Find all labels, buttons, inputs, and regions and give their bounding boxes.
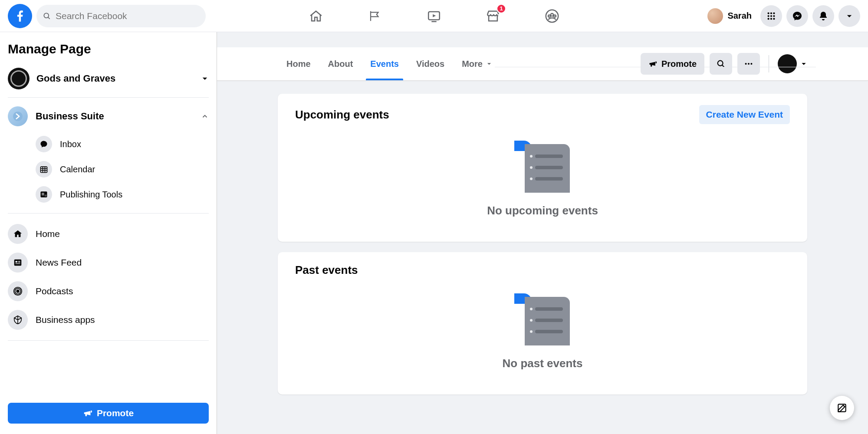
user-avatar-icon: [707, 8, 723, 24]
tab-more[interactable]: More: [453, 47, 501, 80]
newsfeed-label: News Feed: [36, 257, 82, 268]
svg-point-15: [767, 18, 769, 20]
svg-rect-43: [838, 404, 845, 411]
edit-icon: [836, 402, 848, 414]
chevron-down-icon: [201, 75, 209, 82]
svg-rect-31: [16, 261, 18, 263]
svg-point-38: [718, 61, 723, 66]
podcasts-icon: [8, 281, 28, 301]
past-events-title: Past events: [295, 263, 358, 277]
svg-rect-25: [42, 193, 44, 194]
home-nav-icon[interactable]: [308, 8, 324, 24]
watch-nav-icon[interactable]: [426, 8, 442, 24]
view-as-selector[interactable]: [778, 54, 807, 73]
sidebar-promote-label: Promote: [97, 408, 134, 418]
promote-button-label: Promote: [661, 59, 697, 69]
svg-rect-19: [41, 167, 47, 172]
pages-nav-icon[interactable]: [367, 8, 383, 24]
sidebar-item-podcasts[interactable]: Podcasts: [8, 277, 209, 306]
svg-point-0: [44, 13, 49, 18]
svg-point-10: [770, 12, 772, 14]
business-suite-submenu: Inbox Calendar Publishing Tools: [8, 132, 209, 207]
marketplace-nav-icon[interactable]: 1: [485, 8, 501, 24]
upcoming-events-title: Upcoming events: [295, 108, 389, 122]
sidebar-item-newsfeed[interactable]: News Feed: [8, 248, 209, 277]
account-dropdown-button[interactable]: [838, 5, 860, 27]
page-search-button[interactable]: [710, 53, 732, 75]
svg-rect-26: [42, 194, 44, 195]
publishing-tools-icon: [36, 186, 52, 203]
topbar-center-nav: 1: [308, 8, 560, 24]
tab-about-label: About: [328, 59, 353, 69]
no-upcoming-text: No upcoming events: [487, 204, 598, 217]
inbox-icon: [36, 136, 52, 152]
svg-point-12: [767, 15, 769, 16]
search-icon: [43, 12, 51, 20]
sidebar-divider-2: [8, 340, 209, 341]
topbar-right: Sarah: [703, 5, 860, 27]
tab-events[interactable]: Events: [362, 47, 408, 80]
tab-about[interactable]: About: [319, 47, 362, 80]
business-suite-label: Business Suite: [36, 111, 104, 122]
create-event-button[interactable]: Create New Event: [699, 105, 790, 124]
sidebar-title: Manage Page: [8, 42, 209, 56]
sidebar-item-bizapps[interactable]: Business apps: [8, 306, 209, 334]
sidebar-item-home[interactable]: Home: [8, 220, 209, 248]
tab-videos[interactable]: Videos: [408, 47, 453, 80]
topbar-left: [8, 4, 206, 28]
podcasts-label: Podcasts: [36, 286, 73, 296]
sidebar-item-inbox[interactable]: Inbox: [36, 132, 209, 157]
page-name-label: Gods and Graves: [36, 73, 115, 84]
calendar-icon: [36, 161, 52, 178]
notifications-button[interactable]: [812, 5, 834, 27]
marketplace-badge: 1: [496, 4, 506, 13]
content-area: Home About Events Videos More Promote: [217, 32, 868, 434]
calendar-label: Calendar: [60, 164, 95, 174]
caret-down-icon: [800, 60, 807, 67]
chevron-up-icon: [201, 112, 209, 120]
past-events-card: Past events No past events: [278, 252, 807, 395]
newsfeed-icon: [8, 253, 28, 273]
search-container[interactable]: [36, 5, 206, 27]
sidebar-promote-button[interactable]: Promote: [8, 403, 209, 424]
svg-point-40: [745, 63, 747, 65]
menu-grid-button[interactable]: [760, 5, 782, 27]
page-selector[interactable]: Gods and Graves: [8, 64, 209, 98]
search-icon: [716, 59, 726, 69]
more-actions-button[interactable]: [737, 53, 760, 75]
tab-more-label: More: [462, 59, 483, 69]
home-label: Home: [36, 229, 60, 239]
empty-events-illustration-icon: [514, 141, 571, 193]
left-sidebar: Manage Page Gods and Graves Business Sui…: [0, 32, 217, 434]
tab-videos-label: Videos: [416, 59, 444, 69]
groups-nav-icon[interactable]: [544, 8, 560, 24]
bizapps-label: Business apps: [36, 315, 95, 325]
search-input[interactable]: [56, 11, 200, 21]
sidebar-item-publishing[interactable]: Publishing Tools: [36, 182, 209, 207]
svg-point-11: [773, 12, 775, 14]
svg-point-18: [13, 112, 23, 121]
sidebar-divider: [8, 213, 209, 214]
tab-home[interactable]: Home: [278, 47, 319, 80]
svg-point-16: [770, 18, 772, 20]
megaphone-icon: [83, 408, 92, 418]
svg-rect-34: [16, 263, 20, 264]
top-bar: 1 Sarah: [0, 0, 868, 32]
no-past-text: No past events: [503, 357, 583, 370]
messenger-button[interactable]: [786, 5, 808, 27]
user-name-label: Sarah: [727, 11, 752, 21]
sidebar-item-calendar[interactable]: Calendar: [36, 157, 209, 182]
profile-chip[interactable]: Sarah: [703, 7, 756, 26]
svg-point-42: [750, 63, 752, 65]
business-suite-icon: [8, 106, 28, 126]
inbox-label: Inbox: [60, 139, 81, 149]
svg-line-39: [722, 65, 724, 67]
megaphone-icon: [648, 59, 657, 68]
business-suite-header[interactable]: Business Suite: [8, 104, 209, 132]
svg-point-14: [773, 15, 775, 16]
compose-fab[interactable]: [830, 396, 854, 420]
page-avatar-icon: [8, 68, 30, 89]
facebook-logo-icon[interactable]: [8, 4, 32, 28]
promote-button[interactable]: Promote: [641, 53, 704, 75]
vertical-divider: [769, 55, 769, 72]
